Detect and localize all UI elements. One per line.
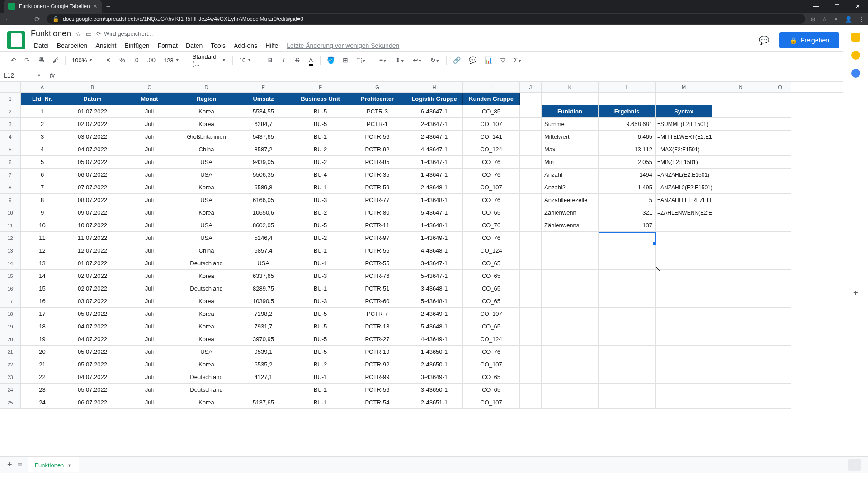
cell[interactable] bbox=[542, 282, 599, 295]
cell[interactable]: USA bbox=[178, 346, 235, 358]
cell[interactable]: Zählenwenn bbox=[542, 206, 599, 219]
cell[interactable]: 04.07.2022 bbox=[64, 371, 121, 384]
cell[interactable]: 6-43647-1 bbox=[406, 105, 463, 118]
cell[interactable]: Juli bbox=[121, 371, 178, 384]
cell[interactable]: PCTR-56 bbox=[349, 131, 406, 143]
cell[interactable]: Korea bbox=[178, 358, 235, 371]
cell[interactable]: Juli bbox=[121, 105, 178, 118]
cell[interactable]: 9439,05 bbox=[235, 156, 292, 169]
cell[interactable]: Deutschland bbox=[178, 384, 235, 396]
cell[interactable]: CO_65 bbox=[463, 295, 520, 308]
cell[interactable] bbox=[520, 346, 542, 358]
cell[interactable]: Korea bbox=[178, 295, 235, 308]
cell[interactable]: =ANZAHLLEEREZELLEN(E2:E1501) bbox=[656, 194, 712, 206]
cell[interactable]: =ZÄHLENWENN(E2:E1501;E9) bbox=[656, 206, 712, 219]
cell[interactable] bbox=[520, 131, 542, 143]
cell[interactable] bbox=[712, 295, 769, 308]
text-color-button[interactable]: A bbox=[305, 54, 317, 66]
cell[interactable]: PCTR-85 bbox=[349, 156, 406, 169]
cell[interactable]: 5437,65 bbox=[235, 131, 292, 143]
column-header[interactable]: G bbox=[349, 82, 406, 92]
cell[interactable]: CO_141 bbox=[463, 131, 520, 143]
cell[interactable]: Max bbox=[542, 143, 599, 156]
cell[interactable]: CO_65 bbox=[463, 320, 520, 333]
row-header[interactable]: 21 bbox=[0, 346, 21, 358]
cell[interactable]: 02.07.2022 bbox=[64, 118, 121, 131]
menu-daten[interactable]: Daten bbox=[183, 40, 206, 51]
cell[interactable]: Juli bbox=[121, 358, 178, 371]
cell[interactable] bbox=[542, 270, 599, 282]
halign-button[interactable]: ≡▼ bbox=[376, 54, 391, 66]
cell[interactable]: 5506,35 bbox=[235, 169, 292, 181]
cell[interactable]: 8587,2 bbox=[235, 143, 292, 156]
cell[interactable]: 6535,2 bbox=[235, 358, 292, 371]
cell[interactable]: CO_124 bbox=[463, 244, 520, 257]
cell[interactable]: Korea bbox=[178, 308, 235, 320]
cell[interactable]: 19 bbox=[21, 333, 64, 346]
cell[interactable]: Juli bbox=[121, 320, 178, 333]
cell[interactable] bbox=[520, 257, 542, 270]
cell[interactable]: PCTR-59 bbox=[349, 181, 406, 194]
row-header[interactable]: 8 bbox=[0, 181, 21, 194]
cell[interactable]: Anzahl2 bbox=[542, 181, 599, 194]
cell[interactable] bbox=[542, 257, 599, 270]
browser-tab[interactable]: Funktionen - Google Tabellen × bbox=[4, 0, 102, 13]
cell[interactable]: 5-43648-1 bbox=[406, 320, 463, 333]
row-header[interactable]: 24 bbox=[0, 384, 21, 396]
cell[interactable]: PCTR-35 bbox=[349, 169, 406, 181]
cell[interactable]: 10390,5 bbox=[235, 295, 292, 308]
column-header[interactable]: O bbox=[769, 82, 791, 92]
cell[interactable]: 9539,1 bbox=[235, 346, 292, 358]
cell[interactable]: 11 bbox=[21, 232, 64, 244]
cell[interactable]: Min bbox=[542, 156, 599, 169]
cell[interactable]: Juli bbox=[121, 169, 178, 181]
cell[interactable]: PCTR-1 bbox=[349, 118, 406, 131]
cell[interactable]: 18 bbox=[21, 320, 64, 333]
cell[interactable] bbox=[542, 384, 599, 396]
cell[interactable] bbox=[769, 244, 791, 257]
cell[interactable]: USA bbox=[235, 257, 292, 270]
cell[interactable]: BU-5 bbox=[292, 320, 349, 333]
minimize-button[interactable]: — bbox=[806, 0, 826, 13]
menu-ansicht[interactable]: Ansicht bbox=[92, 40, 119, 51]
cell[interactable]: Profitcenter bbox=[349, 93, 406, 105]
cell[interactable] bbox=[599, 257, 656, 270]
cell[interactable]: 08.07.2022 bbox=[64, 194, 121, 206]
cell[interactable]: Deutschland bbox=[178, 371, 235, 384]
cell[interactable] bbox=[712, 169, 769, 181]
cell[interactable]: 13 bbox=[21, 257, 64, 270]
cell[interactable]: 01.07.2022 bbox=[64, 105, 121, 118]
cell[interactable] bbox=[520, 232, 542, 244]
cell[interactable] bbox=[712, 156, 769, 169]
column-header[interactable]: I bbox=[463, 82, 520, 92]
row-header[interactable]: 1 bbox=[0, 93, 21, 105]
functions-button[interactable]: Σ▼ bbox=[510, 54, 526, 66]
cell[interactable] bbox=[599, 282, 656, 295]
cell[interactable] bbox=[520, 358, 542, 371]
cell[interactable]: CO_65 bbox=[463, 270, 520, 282]
cell[interactable] bbox=[712, 131, 769, 143]
cell[interactable]: Juli bbox=[121, 244, 178, 257]
cell[interactable] bbox=[520, 333, 542, 346]
cell[interactable] bbox=[542, 333, 599, 346]
menu-datei[interactable]: Datei bbox=[31, 40, 52, 51]
cell[interactable]: BU-2 bbox=[292, 143, 349, 156]
cell[interactable]: 3970,95 bbox=[235, 333, 292, 346]
cell[interactable]: 2-43651-1 bbox=[406, 396, 463, 409]
cell[interactable]: =ANZAHL(E2:E1501) bbox=[656, 169, 712, 181]
cell[interactable]: 5137,65 bbox=[235, 396, 292, 409]
cell[interactable]: 17 bbox=[21, 308, 64, 320]
cell[interactable] bbox=[599, 396, 656, 409]
cell[interactable]: Syntax bbox=[656, 105, 712, 118]
cell[interactable]: 05.07.2022 bbox=[64, 384, 121, 396]
cell[interactable]: 02.07.2022 bbox=[64, 270, 121, 282]
doc-title[interactable]: Funktionen bbox=[31, 29, 71, 38]
cell[interactable]: China bbox=[178, 143, 235, 156]
cell[interactable] bbox=[712, 257, 769, 270]
cell[interactable]: 23 bbox=[21, 384, 64, 396]
cell[interactable]: CO_65 bbox=[463, 257, 520, 270]
cell[interactable]: 1-43649-1 bbox=[406, 232, 463, 244]
cell[interactable]: 2.055 bbox=[599, 156, 656, 169]
cell[interactable] bbox=[656, 219, 712, 232]
cell[interactable] bbox=[656, 232, 712, 244]
